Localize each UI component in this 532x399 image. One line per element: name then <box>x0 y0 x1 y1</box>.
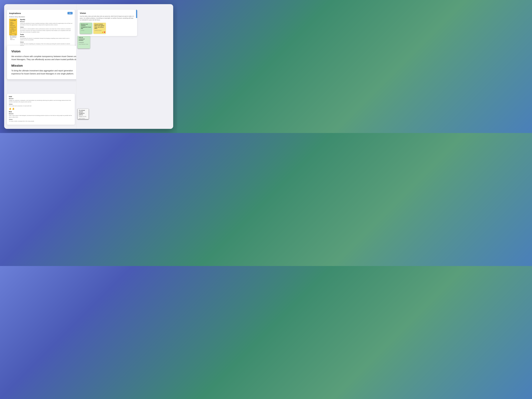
vision-board-card: Vision Use the sticky notes and write do… <box>78 10 137 36</box>
intel-name: Intel <box>9 96 73 97</box>
ikea-mission-label: Mission <box>9 113 73 114</box>
intel-vision-label: Vision <box>9 103 73 105</box>
mission-heading: Mission <box>11 64 76 68</box>
intel-mission-text: Delight our customers, employees, and sh… <box>9 100 73 103</box>
main-container: Inspirations Set Andrea's fancy Illustra… <box>4 4 173 129</box>
accent-bar <box>136 10 137 18</box>
set-button[interactable]: Set <box>68 12 73 14</box>
intel-vision-text: If it is smart and connected, it is best… <box>9 105 73 107</box>
inspirations-card: Inspirations Set Andrea's fancy Illustra… <box>7 10 75 51</box>
card-subtitle: Andrea's fancy Illustration <box>9 16 73 18</box>
sticky-note-portfolio-intelligence[interactable]: The ultimate portfolio intelligence plat… <box>78 109 89 119</box>
sticky-note-effortless[interactable]: Effortless and seamless management of yo… <box>80 23 92 34</box>
vision-card-text: Use the sticky notes and write down who … <box>80 15 135 21</box>
bottom-stickies-area: Investors to take the investment risk Pr… <box>76 107 173 118</box>
sketch-illustration: PLATFORM ASSET OWNERS ASSET MANAGERS INT… <box>9 19 17 35</box>
ikea-mission-text: Offer a wide range of well-designed, fun… <box>9 115 73 118</box>
thumbs-up-icon-2: 👍 <box>12 108 14 110</box>
content-area: Inspirations Set Andrea's fancy Illustra… <box>4 4 173 129</box>
spotify-mission-label: Mission <box>20 21 73 22</box>
bottom-stickies: Investors to take the investment risk Pr… <box>78 109 172 116</box>
right-panel: Vision Use the sticky notes and write do… <box>76 4 173 129</box>
spotify-vision-label: Vision <box>20 26 73 28</box>
tesla-mission-label: Mission <box>20 36 73 37</box>
middle-stickies: Where asset owners and asset managers co… <box>78 36 90 49</box>
bottom-brands-card: Intel Mission Delight our customers, emp… <box>7 94 75 125</box>
spotify-vision-text: We envision a cultural platform where pr… <box>20 28 73 33</box>
heart-icon-2: ❤️ <box>104 31 105 33</box>
brand-section: Spotify Mission Unlock the potential of … <box>20 19 73 47</box>
vision-heading: Vision <box>11 50 76 53</box>
thumbs-icon-2: 👍 <box>102 31 103 33</box>
sticky-note-portfolio[interactable]: All your Portfolio Data in One system. C… <box>93 23 106 34</box>
thumbs-up-icon-1: 👍 <box>9 108 11 110</box>
sticky-note-tpu[interactable]: #TPU for Institutional investors Uneasy(… <box>78 36 90 49</box>
vision-text: We envision a future with complete trans… <box>11 55 76 61</box>
tesla-vision-label: Vision <box>20 41 73 43</box>
inspirations-title: Inspirations <box>9 12 21 14</box>
left-panel: Inspirations Set Andrea's fancy Illustra… <box>4 4 76 129</box>
vision-popup: Vision We envision a future with complet… <box>7 46 76 79</box>
spotify-name: Spotify <box>20 19 73 20</box>
tesla-mission-text: To accelerate the advent of sustainable … <box>20 38 73 41</box>
intel-mission-label: Mission <box>9 98 73 99</box>
ikea-name: Ikea <box>9 111 73 113</box>
vision-card-title: Vision <box>80 12 135 14</box>
tesla-name: Tesla <box>20 34 73 35</box>
card-header: Inspirations Set <box>9 12 73 14</box>
spotify-mission-text: Unlock the potential of human creativity… <box>20 23 73 26</box>
mission-text: To bring the ultimate investment data ag… <box>11 69 76 75</box>
ikea-vision-text: To create a better everyday life for the… <box>9 120 73 122</box>
ikea-vision-label: Vision <box>9 119 73 120</box>
top-stickies: Empower Investors to spend less time on … <box>80 23 135 34</box>
